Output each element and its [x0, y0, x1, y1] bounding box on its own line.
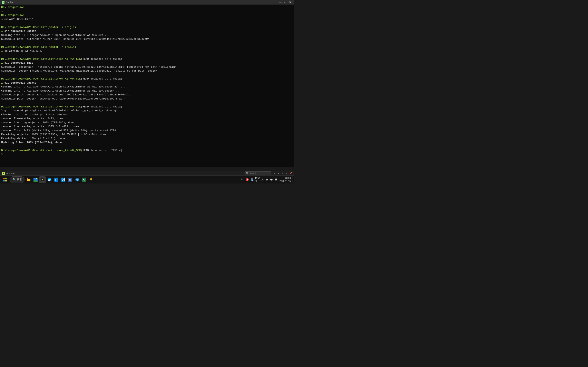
svg-line-29: [252, 181, 253, 181]
svg-text:W: W: [69, 178, 71, 181]
pin-icon[interactable]: 📌: [289, 172, 292, 175]
app-vscode[interactable]: [60, 176, 67, 183]
app-file-explorer[interactable]: [25, 176, 32, 183]
terminal-line: D:\laragon\www\AiPi-Open-Kits(master -> …: [1, 25, 293, 29]
clock-date: 2023/11/15: [279, 180, 291, 183]
terminal-line: λ git submodule update: [1, 81, 293, 85]
terminal-line: Cloning into 'toolchain_gcc_t-head_windo…: [1, 113, 293, 117]
app-word[interactable]: W: [67, 176, 73, 183]
svg-point-23: [91, 179, 92, 179]
terminal-line: D:\laragon\www: [1, 5, 293, 9]
svg-rect-1: [5, 178, 7, 179]
system-clock[interactable]: 23:59 2023/11/15: [279, 176, 291, 183]
terminal-line: [1, 53, 293, 57]
terminal-line: remote: Enumerating objects: 2493, done.: [1, 117, 293, 121]
terminal-line: D:\laragon\www\AiPi-Open-Kits\aithinker_…: [1, 77, 293, 81]
terminal-line: [1, 73, 293, 77]
terminal-line: [1, 101, 293, 105]
terminal-line: Cloning into 'D:/laragon/www/AiPi-Open-K…: [1, 33, 293, 37]
svg-rect-5: [27, 179, 30, 181]
terminal-line: remote: Counting objects: 100% (785/785)…: [1, 121, 293, 125]
terminal-line: D:\laragon\www\AiPi-Open-Kits\aithinker_…: [1, 57, 293, 61]
terminal-line: D:\laragon\www\AiPi-Open-Kits\aithinker_…: [1, 149, 293, 152]
cmder-logo: λ: [2, 1, 4, 4]
svg-text:ŝ: ŝ: [55, 178, 56, 181]
app-linux[interactable]: [88, 176, 94, 183]
weather-widget[interactable]: 10°C 雨: [250, 177, 260, 182]
clock-time: 23:59: [279, 176, 291, 179]
terminal-line: λ git clone https://gitee.com/bouffalola…: [1, 109, 293, 113]
app-ms-store[interactable]: ŝ: [53, 176, 60, 183]
taskbar-search[interactable]: 🔍 搜索: [10, 176, 25, 183]
title-bar: λ Cmder — □ ✕: [0, 0, 294, 4]
settings-icon[interactable]: ⚙: [281, 172, 284, 175]
terminal-line: Receiving objects: 100% (2493/2493), 170…: [1, 133, 293, 137]
network-icon[interactable]: [265, 178, 269, 182]
volume-icon[interactable]: [270, 178, 273, 182]
terminal-line: Updating files: 100% (2334/2334), done.: [1, 141, 293, 145]
svg-text:X: X: [83, 178, 85, 181]
grid-icon[interactable]: ⊞: [285, 172, 288, 175]
terminal-line: λ git submodule update: [1, 29, 293, 33]
tray-icons: ! 10°C 雨 英: [245, 177, 278, 182]
system-tray: ^ ! 10°C: [240, 176, 293, 183]
app-excel[interactable]: X: [81, 176, 87, 183]
maximize-button[interactable]: □: [283, 0, 287, 4]
search-icon: 🔍: [246, 172, 249, 175]
terminal-line: Submodule path 'tools': checked out '29d…: [1, 97, 293, 101]
terminal-line: D:\laragon\www\AiPi-Open-Kits\aithinker_…: [1, 105, 293, 109]
terminal-line: [1, 145, 293, 149]
app-cmd[interactable]: λ: [39, 176, 46, 183]
terminal-line: Cloning into 'D:/laragon/www/AiPi-Open-K…: [1, 89, 293, 93]
search-input[interactable]: [249, 172, 270, 175]
cmder-right-icons: ＋ ▾ ⚙ ⊞ 📌: [273, 172, 292, 175]
weather-desc: 雨: [255, 180, 260, 182]
app-edge-2[interactable]: [74, 176, 80, 183]
terminal-line: λ: [1, 152, 293, 157]
minimize-button[interactable]: —: [278, 0, 283, 4]
taskbar-search-label: 搜索: [17, 178, 22, 181]
svg-line-28: [252, 181, 252, 181]
plus-icon[interactable]: ＋: [273, 172, 276, 175]
taskbar-left: 🔍 搜索: [1, 175, 94, 184]
terminal-line: λ git submodule init: [1, 61, 293, 65]
svg-line-27: [251, 181, 251, 181]
svg-point-8: [36, 178, 37, 179]
app-edge[interactable]: [46, 176, 53, 183]
svg-rect-11: [54, 178, 58, 182]
start-button[interactable]: [1, 175, 9, 184]
tray-up-arrow[interactable]: ^: [240, 178, 244, 182]
dropdown-icon[interactable]: ▾: [277, 172, 280, 175]
terminal-line: remote: Compressing objects: 100% (401/4…: [1, 125, 293, 129]
svg-rect-2: [3, 180, 5, 182]
svg-rect-3: [5, 180, 7, 182]
terminal-line: D:\laragon\www: [1, 13, 293, 17]
notification-bell-icon[interactable]: [274, 178, 278, 182]
app-landscape[interactable]: [32, 176, 39, 183]
window-title: Cmder: [6, 1, 13, 4]
notification-area: ^: [240, 178, 244, 182]
title-bar-left: λ Cmder: [2, 1, 13, 4]
terminal-line: Submodule 'toolchain' (https://e.coding.…: [1, 65, 293, 69]
svg-point-22: [90, 179, 91, 179]
svg-point-21: [90, 178, 92, 180]
terminal-line: λ: [1, 9, 293, 13]
language-label: 英: [261, 178, 264, 181]
taskbar-apps: λ ŝ: [25, 176, 94, 183]
svg-point-30: [267, 180, 267, 181]
terminal-output: D:\laragon\wwwλD:\laragon\wwwλ cd AiPi-O…: [0, 4, 294, 167]
terminal-line: Submodule path 'toolchain': checked out …: [1, 93, 293, 97]
language-icon[interactable]: 英: [261, 178, 264, 182]
show-desktop-button[interactable]: [292, 176, 293, 183]
terminal-line: D:\laragon\www\AiPi-Open-Kits(master -> …: [1, 45, 293, 49]
search-box[interactable]: 🔍: [245, 171, 271, 175]
cmder-process-label: cmd.exe: [6, 172, 15, 175]
terminal-line: λ cd AiPi-Open-Kits/: [1, 17, 293, 21]
cmder-bar-icon: λ: [2, 172, 5, 175]
window-controls: — □ ✕: [278, 0, 292, 4]
weather-alert-icon[interactable]: !: [245, 178, 249, 182]
close-button[interactable]: ✕: [288, 0, 292, 4]
weather-temp: 10°C: [255, 177, 260, 180]
svg-rect-6: [27, 178, 28, 179]
svg-text:!: !: [247, 179, 248, 181]
